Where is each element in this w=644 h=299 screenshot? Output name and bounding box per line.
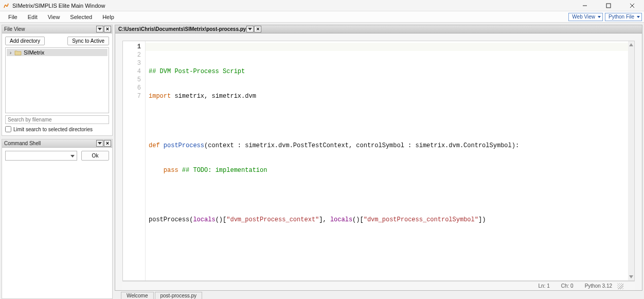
line-number: 6 [123,84,141,92]
resize-grip-icon[interactable] [617,283,623,289]
code-token: "dvm_postProcess_context" [226,216,319,223]
code-token: ], [319,216,330,223]
maximize-button[interactable] [597,0,620,11]
line-gutter: 1 2 3 4 5 6 7 [123,41,146,280]
code-token: "dvm_postProcess_controlSymbol" [364,216,478,223]
command-output [5,164,109,295]
editor-menu-button[interactable] [246,26,254,32]
file-view-header: File View [2,25,112,33]
menu-help[interactable]: Help [97,13,119,21]
code-token: ()[ [216,216,227,223]
limit-search-label: Limit search to selected directories [13,127,93,132]
menu-edit[interactable]: Edit [23,13,43,21]
search-input[interactable] [5,115,109,124]
code-token: pass [164,167,178,174]
python-file-dropdown[interactable]: Python File [605,13,642,21]
command-input[interactable] [5,151,77,161]
status-python: Python 3.12 [585,283,612,289]
line-number: 7 [123,92,141,100]
folder-icon [14,49,22,56]
code-token: ## DVM Post-Process Script [149,68,245,75]
code-token: (context : simetrix.dvm.PostTestContext,… [204,142,515,149]
editor-close-button[interactable] [254,26,261,32]
line-number: 5 [123,76,141,84]
editor-body: 1 2 3 4 5 6 7 ## DVM Post-Process Script… [115,33,642,290]
file-tree[interactable]: › SIMetrix [5,47,109,113]
code-token: : [515,142,519,149]
code-token: postProcess [149,216,189,223]
bottom-tabs: Welcome post-process.py [115,291,642,299]
main-area: File View Add directory Sync to Active ›… [0,23,644,299]
left-column: File View Add directory Sync to Active ›… [2,25,113,299]
file-view-title: File View [4,26,25,32]
line-number: 2 [123,51,141,59]
webview-label: Web View [572,14,595,20]
minimize-button[interactable] [573,0,597,11]
status-line: Ln: 1 [538,283,549,289]
code-token: ]) [478,216,486,223]
sync-to-active-button[interactable]: Sync to Active [67,37,109,45]
command-shell-menu-button[interactable] [96,140,103,147]
editor-path: C:\Users\Chris\Documents\SIMetrix\post-p… [118,26,246,32]
svg-marker-5 [629,275,633,278]
menu-selected[interactable]: Selected [65,13,97,21]
code-frame: 1 2 3 4 5 6 7 ## DVM Post-Process Script… [122,41,635,281]
command-shell-close-button[interactable] [104,140,111,147]
code-token: ()[ [352,216,364,223]
menubar: File Edit View Selected Help Web View Py… [0,11,644,23]
editor-column: C:\Users\Chris\Documents\SIMetrix\post-p… [115,25,642,299]
webview-dropdown[interactable]: Web View [568,13,603,21]
editor-header: C:\Users\Chris\Documents\SIMetrix\post-p… [115,25,642,33]
line-number: 1 [123,43,141,51]
line-number: 3 [123,59,141,67]
limit-search-checkbox[interactable] [5,126,11,132]
command-shell-header: Command Shell [2,139,112,148]
close-button[interactable] [620,0,644,11]
code-token: simetrix, simetrix.dvm [171,93,256,100]
svg-marker-4 [629,43,633,46]
svg-rect-1 [606,4,611,8]
tab-file[interactable]: post-process.py [155,292,203,299]
code-token: ## TODO: implementation [178,167,267,174]
expand-icon[interactable]: › [8,49,13,56]
code-token: locals [193,216,215,223]
ok-button[interactable]: Ok [81,151,109,161]
menu-view[interactable]: View [43,13,65,21]
command-shell-title: Command Shell [4,140,41,146]
status-char: Ch: 0 [561,283,574,289]
code-token: import [149,93,171,100]
file-view-close-button[interactable] [104,26,111,32]
window-title: SIMetrix/SIMPLIS Elite Main Window [12,3,105,9]
code-token: locals [330,216,352,223]
limit-search-row[interactable]: Limit search to selected directories [5,126,109,132]
app-icon [3,3,9,9]
code-token: def [149,142,160,149]
file-view-menu-button[interactable] [96,26,103,32]
scroll-up-icon[interactable] [628,41,634,48]
tree-root-label: SIMetrix [24,49,44,56]
command-shell-panel: Command Shell Ok [2,139,113,299]
tab-welcome[interactable]: Welcome [121,292,154,299]
editor-panel: C:\Users\Chris\Documents\SIMetrix\post-p… [115,25,642,291]
file-view-panel: File View Add directory Sync to Active ›… [2,25,113,136]
editor-statusbar: Ln: 1 Ch: 0 Python 3.12 [122,281,635,290]
tree-root-row[interactable]: › SIMetrix [7,49,108,56]
code-area[interactable]: ## DVM Post-Process Script import simetr… [146,41,628,280]
menu-file[interactable]: File [3,13,23,21]
add-directory-button[interactable]: Add directory [5,37,45,45]
line-number: 4 [123,67,141,76]
vertical-scrollbar[interactable] [628,41,634,280]
code-token [149,167,164,174]
titlebar: SIMetrix/SIMPLIS Elite Main Window [0,0,644,11]
code-token: postProcess [160,142,204,149]
python-file-label: Python File [609,14,634,20]
scroll-down-icon[interactable] [628,273,634,280]
